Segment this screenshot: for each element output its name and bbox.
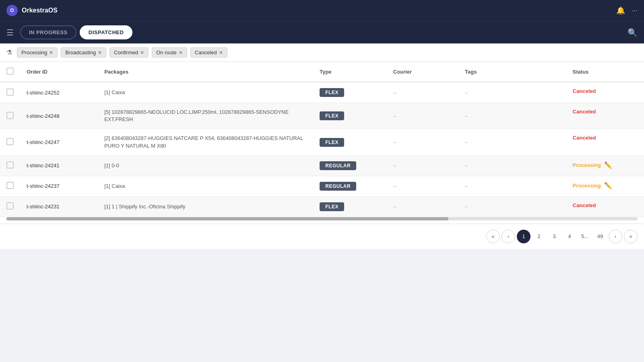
toolbar: ☰ IN PROGRESS DISPATCHED 🔍 — [0, 21, 644, 43]
page-2-button[interactable]: 2 — [532, 230, 546, 243]
nav-left: O OrkestraOS — [6, 5, 58, 16]
nav-right: 🔔 ··· — [616, 6, 638, 15]
top-navigation: O OrkestraOS 🔔 ··· — [0, 0, 644, 21]
tags-cell: – — [458, 155, 566, 176]
remove-on-route-filter[interactable]: ✕ — [179, 50, 183, 56]
page-1-button[interactable]: 1 — [517, 230, 530, 243]
status-badge: Processing — [573, 183, 601, 189]
status-cell: Canceled — [566, 103, 644, 120]
order-id-cell: t-shiinc-24231 — [20, 196, 98, 217]
scrollbar-track[interactable] — [6, 217, 638, 220]
row-checkbox[interactable] — [6, 88, 14, 96]
filter-icon: ⚗ — [6, 49, 12, 56]
row-checkbox-cell — [0, 82, 20, 103]
orders-table: Order ID Packages Type Courier Tags Stat… — [0, 62, 644, 217]
status-badge: Canceled — [573, 202, 596, 208]
page-3-button[interactable]: 3 — [547, 230, 561, 243]
status-badge: Canceled — [573, 135, 596, 141]
row-checkbox-cell — [0, 155, 20, 176]
packages-cell: [1] 0-0 — [98, 155, 313, 176]
filter-bar: ⚗ Processing ✕ Broadcasting ✕ Confirmed … — [0, 43, 644, 62]
page-49-button[interactable]: 49 — [593, 230, 607, 243]
bell-icon[interactable]: 🔔 — [616, 6, 625, 15]
status-cell: Processing ✏️ — [566, 156, 644, 175]
order-id-cell: t-shiinc-24241 — [20, 155, 98, 176]
type-cell: FLEX — [313, 196, 387, 217]
next-page-button[interactable]: › — [609, 230, 622, 243]
edit-icon[interactable]: ✏️ — [604, 182, 612, 189]
pagination-bar: « ‹ 1 2 3 4 5... 49 › » — [0, 224, 644, 249]
table-row: t-shiinc-24252 [1] Caixa FLEX -- – Cance… — [0, 82, 644, 103]
tags-cell: – — [458, 176, 566, 196]
more-icon[interactable]: ··· — [632, 6, 638, 15]
prev-page-button[interactable]: ‹ — [502, 230, 515, 243]
search-icon[interactable]: 🔍 — [627, 28, 638, 37]
remove-broadcasting-filter[interactable]: ✕ — [98, 50, 102, 56]
remove-confirmed-filter[interactable]: ✕ — [140, 50, 144, 56]
type-badge: REGULAR — [320, 182, 356, 191]
last-page-button[interactable]: » — [624, 230, 638, 243]
filter-chip-confirmed[interactable]: Confirmed ✕ — [109, 47, 149, 58]
courier-cell: -- — [387, 129, 458, 155]
scrollbar-thumb[interactable] — [6, 217, 448, 220]
select-all-checkbox[interactable] — [6, 68, 14, 75]
col-order-id: Order ID — [20, 62, 98, 82]
courier-cell: -- — [387, 82, 458, 103]
row-checkbox[interactable] — [6, 161, 14, 169]
table-header-row: Order ID Packages Type Courier Tags Stat… — [0, 62, 644, 82]
tab-in-progress[interactable]: IN PROGRESS — [20, 25, 76, 39]
packages-cell: [1] Caixa — [98, 176, 313, 196]
type-cell: REGULAR — [313, 176, 387, 196]
menu-icon[interactable]: ☰ — [6, 28, 14, 37]
type-cell: FLEX — [313, 103, 387, 129]
col-status: Status — [566, 62, 644, 82]
type-cell: FLEX — [313, 129, 387, 155]
tags-cell: – — [458, 196, 566, 217]
packages-cell: [5] 102878829865-NEOLUCID LOC.LIMP.250ml… — [98, 103, 313, 129]
remove-processing-filter[interactable]: ✕ — [49, 50, 53, 56]
packages-cell: [1] 1 | Shippify Inc.-Oficina Shippify — [98, 196, 313, 217]
row-checkbox-cell — [0, 176, 20, 196]
courier-cell: -- — [387, 103, 458, 129]
status-badge: Canceled — [573, 109, 596, 115]
col-type: Type — [313, 62, 387, 82]
page-4-button[interactable]: 4 — [563, 230, 576, 243]
edit-icon[interactable]: ✏️ — [604, 161, 612, 169]
filter-chip-canceled[interactable]: Canceled ✕ — [190, 47, 227, 58]
courier-cell: -- — [387, 155, 458, 176]
filter-chip-on-route[interactable]: On route ✕ — [152, 47, 187, 58]
tags-cell: – — [458, 129, 566, 155]
remove-canceled-filter[interactable]: ✕ — [219, 50, 223, 56]
filter-chip-processing[interactable]: Processing ✕ — [17, 47, 58, 58]
table-row: t-shiinc-24237 [1] Caixa REGULAR -- – Pr… — [0, 176, 644, 196]
select-all-header[interactable] — [0, 62, 20, 82]
status-cell: Canceled — [566, 129, 644, 146]
col-tags: Tags — [458, 62, 566, 82]
row-checkbox-cell — [0, 103, 20, 129]
row-checkbox[interactable] — [6, 182, 14, 189]
col-courier: Courier — [387, 62, 458, 82]
type-cell: FLEX — [313, 82, 387, 103]
status-cell: Canceled — [566, 197, 644, 214]
page-5-button[interactable]: 5... — [578, 230, 592, 243]
packages-cell: [2] 636408043287-HUGGIES NATCARE P X54, … — [98, 129, 313, 155]
type-badge: FLEX — [320, 202, 344, 211]
tab-dispatched[interactable]: DISPATCHED — [80, 25, 133, 39]
row-checkbox[interactable] — [6, 112, 14, 119]
order-id-cell: t-shiinc-24248 — [20, 103, 98, 129]
table-row: t-shiinc-24247 [2] 636408043287-HUGGIES … — [0, 129, 644, 155]
filter-chip-broadcasting[interactable]: Broadcasting ✕ — [61, 47, 106, 58]
order-id-cell: t-shiinc-24252 — [20, 82, 98, 103]
first-page-button[interactable]: « — [486, 230, 500, 243]
type-cell: REGULAR — [313, 155, 387, 176]
type-badge: FLEX — [320, 138, 344, 147]
status-badge: Processing — [573, 162, 601, 168]
row-checkbox[interactable] — [6, 202, 14, 210]
table-row: t-shiinc-24231 [1] 1 | Shippify Inc.-Ofi… — [0, 196, 644, 217]
scroll-area — [0, 217, 644, 224]
status-badge: Canceled — [573, 88, 596, 94]
row-checkbox[interactable] — [6, 138, 14, 145]
table-row: t-shiinc-24241 [1] 0-0 REGULAR -- – Proc… — [0, 155, 644, 176]
tags-cell: – — [458, 103, 566, 129]
row-checkbox-cell — [0, 196, 20, 217]
